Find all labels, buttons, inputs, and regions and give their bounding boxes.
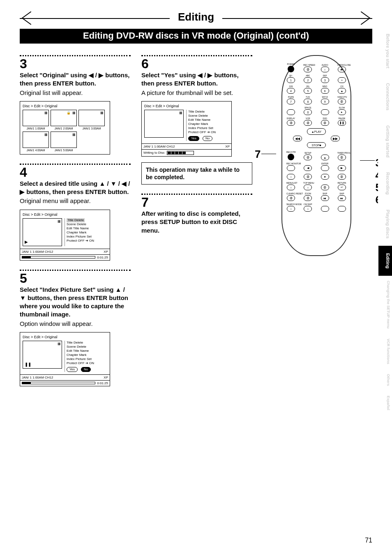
menu-item: Protect OFF ➔ ON [188,130,229,134]
remote-button-icon: ⦿ [338,99,346,104]
thumbnail-item: ▦JAN/1 1:00AM [23,110,49,130]
remote-button-label: TOP MENU [303,182,312,184]
thumbnail-item: 🔒▦JAN/1 2:00AM [51,110,77,130]
status-row: JAN/ 1 1:00AM CH12 XP [20,249,110,254]
remote-button-label: REC SPEED [303,64,312,66]
step-heading: Select "Yes" using ◀ / ▶ buttons, then p… [141,71,252,88]
remote-button: ▲ [321,154,330,160]
remote-button-icon: ○ [304,185,312,190]
manual-page: Editing Editing DVD-RW discs in VR mode … [0,0,392,554]
remote-row: GHI4JKL5MNO6CH▲ [286,85,346,94]
step-7: 7 After writing to disc is completed, pr… [141,194,252,235]
step-body: Original list will appear. [20,89,131,97]
remote-button-label: TIMER PROG. [337,152,346,154]
remote-button-label: SEARCH MODE [286,203,295,205]
thumbnail-item: ▦JAN/1 5:00AM [51,132,77,152]
remote-button: SKIP⏮ [321,193,330,201]
remote-button: GHI4 [286,85,295,94]
screen-breadcrumb: Disc > Edit > Original [23,104,107,108]
remote-rew-button: ◀◀ [293,136,302,141]
remote-button: TUV8 [303,96,312,104]
remote-button: SPACE0 [303,107,312,115]
writing-progress-icon [167,151,194,155]
remote-row: REC/OTRSETUP⦿▲TIMER PROG.⦿ [286,151,346,160]
remote-button-icon: ○ [287,185,295,190]
page-number: 71 [365,537,372,544]
remote-button: ZOOM⦿ [303,193,312,201]
menu-item: Protect OFF ➔ ON [67,361,107,365]
remote-button: DISPLAY⦿ [286,118,295,126]
status-left: JAN/ 1 1:00AM CH12 [22,250,53,254]
remote-button-icon: 2 [304,77,312,83]
no-option: No [203,136,212,141]
side-tab: Español [378,391,392,415]
step-heading: After writing to disc is completed, pres… [141,210,252,235]
thumb-icon: ▦ [72,111,76,115]
remote-button: ▼ [321,173,330,180]
page-subtitle: Editing DVD-RW discs in VR mode (Origina… [20,29,372,44]
remote-button: SKIP⏭ [337,193,346,201]
remote-button-icon: ⦿ [321,120,329,126]
remote-button-icon [321,165,329,171]
remote-button-label: SKIP [337,193,346,195]
menu-item: Title Delete [67,341,107,345]
remote-button-icon: 6 [321,88,329,94]
menu-item: Edit Title Name [188,118,229,122]
callout-7: 7 [255,148,261,161]
remote-button-icon: ⦿ [304,67,312,72]
timebar: 0:01:25 [20,254,110,260]
remote-button-icon: 8 [304,99,312,104]
menu-item: Chapter Mark [67,353,107,357]
thumb-label: JAN/1 4:00AM [23,149,49,152]
remote-button-icon: ⏮ [321,195,329,201]
step-number: 5 [20,272,131,285]
preview-box: ▦▶ [23,218,62,246]
remote-button-label: AUDIO [321,64,330,66]
remote-button-label: DISPLAY [286,118,295,120]
side-tab: Recording [378,165,392,202]
step-body: Option window will appear. [20,320,131,328]
onscreen-index-picture: Disc > Edit > Original ▦❚❚ Title Delete … [20,332,110,386]
screen-breadcrumb: Disc > Edit > Original [144,104,229,108]
remote-row: ○⦿▼⦿ [286,173,346,180]
step-heading-part-b: buttons, then press ENTER button. [26,188,129,195]
step-divider [20,270,131,271]
remote-button-icon: ⦿ [304,120,312,126]
remote-button-icon [288,154,294,160]
side-tab: Before you start [378,26,392,76]
remote-button-icon: 5 [304,88,312,94]
timebar: 0:01:25 [20,380,110,386]
menu-list: Title Delete Scene Delete Edit Title Nam… [65,341,107,372]
remote-button-icon [287,165,295,171]
thumb-icon: ▦ [58,342,61,346]
left-arrow-icon: ◀ [89,72,94,78]
menu-item: Chapter Mark [188,122,229,126]
step-number: 4 [20,166,131,179]
remote-button-icon: 0 [304,109,312,115]
remote-button-label: WXYZ [321,96,330,98]
step-heading-part-a: Select "Original" using [20,72,89,78]
title-left-chevron-icon [20,12,31,25]
remote-button: ENTER [321,163,330,171]
right-arrow-icon: ▶ [99,72,104,78]
callout-line [261,154,276,154]
onscreen-original-menu: Disc > Edit > Original ▦▶ Title Delete S… [20,210,110,261]
remote-button: POWER [286,63,295,72]
remote-stop-button: STOP ■ [307,142,326,148]
remote-button-icon: ▲ [321,155,329,160]
remote-button-icon [287,109,295,115]
remote-button: PQRS7 [286,96,295,104]
remote-row: SPACE0SLOW▸ [286,107,346,115]
content-columns: 3 Select "Original" using ◀ / ▶ buttons,… [20,55,372,395]
status-row: JAN/ 1 1:00AM CH12 XP [142,143,231,149]
yes-option-selected: Yes [188,136,199,141]
remote-button: SETUP⦿ [303,152,312,160]
remote-button-label: GHI [286,85,295,88]
remote-button-icon: 4 [287,88,295,94]
step-divider [20,164,131,165]
writing-row: Writing to Disc [142,149,231,156]
remote-button-icon: 9 [321,99,329,104]
remote-button: REC/OTR [286,151,295,160]
remote-button-icon: ↩ [338,185,346,190]
step-5: 5 Select "Index Picture Set" using ▲ / ▼… [20,270,131,386]
